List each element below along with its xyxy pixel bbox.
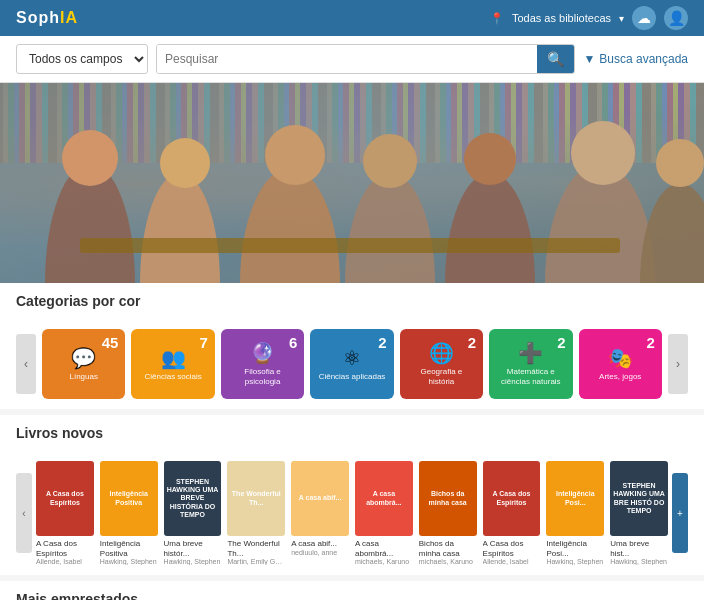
book-cover: A casa abombrá... — [355, 461, 413, 536]
svg-point-6 — [265, 125, 325, 185]
new-book-item-5[interactable]: A casa abombrá... A casa abombrá... mich… — [355, 461, 413, 565]
cat-icon: 🎭 — [608, 346, 633, 370]
new-book-item-6[interactable]: Bichos da minha casa Bichos da minha cas… — [419, 461, 477, 565]
book-title: The Wonderful Th... — [227, 539, 285, 558]
category-card-1[interactable]: 👥 7 Ciências sociais — [131, 329, 214, 399]
cat-count: 2 — [557, 334, 565, 351]
cat-icon: 🌐 — [429, 341, 454, 365]
new-book-item-1[interactable]: Inteligência Positiva Inteligência Posit… — [100, 461, 158, 565]
categories-header: Categorias por cor — [16, 293, 688, 319]
svg-point-12 — [571, 121, 635, 185]
most-borrowed-header: Mais emprestados — [16, 591, 688, 600]
cat-icon: ⚛ — [343, 346, 361, 370]
svg-point-4 — [160, 138, 210, 188]
advanced-search-link[interactable]: ▼ Busca avançada — [583, 52, 688, 66]
book-author: michaels, Karuno — [355, 558, 413, 565]
new-book-item-8[interactable]: Inteligência Posi... Inteligência Posi..… — [546, 461, 604, 565]
book-cover: A Casa dos Espíritos — [36, 461, 94, 536]
book-title: Inteligência Positiva — [100, 539, 158, 558]
cat-label: Línguas — [69, 372, 97, 382]
book-title: Inteligência Posi... — [546, 539, 604, 558]
filter-icon: ▼ — [583, 52, 595, 66]
new-book-item-3[interactable]: The Wonderful Th... The Wonderful Th... … — [227, 461, 285, 565]
category-card-2[interactable]: 🔮 6 Filosofia e psicologia — [221, 329, 304, 399]
book-title: A casa abif... — [291, 539, 349, 549]
cat-label: Matemática e ciências naturais — [497, 367, 564, 386]
cat-icon: 🔮 — [250, 341, 275, 365]
book-author: nediuulo, anne — [291, 549, 349, 556]
book-title: Bichos da minha casa — [419, 539, 477, 558]
most-borrowed-section: Mais emprestados ‹ A BOLHA AMARELA A bol… — [0, 581, 704, 600]
category-card-0[interactable]: 💬 45 Línguas — [42, 329, 125, 399]
new-book-item-2[interactable]: STEPHEN HAWKING UMA BREVE HISTÓRIA DO TE… — [164, 461, 222, 565]
category-card-3[interactable]: ⚛ 2 Ciências aplicadas — [310, 329, 393, 399]
new-books-next-button[interactable]: + — [672, 473, 688, 553]
book-author: Hawking, Stephen — [100, 558, 158, 565]
new-book-item-9[interactable]: STEPHEN HAWKING UMA BRE HISTÓ DO TEMPO U… — [610, 461, 668, 565]
svg-point-2 — [62, 130, 118, 186]
book-cover: A Casa dos Espíritos — [483, 461, 541, 536]
book-cover: The Wonderful Th... — [227, 461, 285, 536]
new-book-item-4[interactable]: A casa abif... A casa abif... nediuulo, … — [291, 461, 349, 565]
cat-icon: 💬 — [71, 346, 96, 370]
book-author: Hawking, Stephen — [164, 558, 222, 565]
logo: SophIA — [16, 9, 78, 27]
categories-list: 💬 45 Línguas 👥 7 Ciências sociais 🔮 6 Fi… — [42, 329, 662, 399]
most-borrowed-title: Mais emprestados — [16, 591, 138, 600]
search-bar: Todos os campos 🔍 ▼ Busca avançada — [0, 36, 704, 83]
search-button[interactable]: 🔍 — [537, 45, 574, 73]
category-card-6[interactable]: 🎭 2 Artes, jogos — [579, 329, 662, 399]
new-books-section: Livros novos ‹ A Casa dos Espíritos A Ca… — [0, 415, 704, 575]
book-cover: Inteligência Positiva — [100, 461, 158, 536]
book-author: Hawking, Stephen — [546, 558, 604, 565]
search-scope-select[interactable]: Todos os campos — [16, 44, 148, 74]
book-title: A casa abombrá... — [355, 539, 413, 558]
cat-label: Filosofia e psicologia — [229, 367, 296, 386]
book-author: Martin, Emily Gardner — [227, 558, 285, 565]
search-input[interactable] — [157, 45, 537, 73]
hero-banner — [0, 83, 704, 283]
new-book-item-0[interactable]: A Casa dos Espíritos A Casa dos Espírito… — [36, 461, 94, 565]
cat-count: 2 — [468, 334, 476, 351]
categories-row: ‹ 💬 45 Línguas 👥 7 Ciências sociais 🔮 6 … — [16, 329, 688, 399]
book-author: michaels, Karuno — [419, 558, 477, 565]
new-book-item-7[interactable]: A Casa dos Espíritos A Casa dos Espírito… — [483, 461, 541, 565]
categories-next-button[interactable]: › — [668, 334, 688, 394]
svg-point-14 — [656, 139, 704, 187]
cat-count: 45 — [102, 334, 119, 351]
book-title: A Casa dos Espíritos — [36, 539, 94, 558]
book-cover: Inteligência Posi... — [546, 461, 604, 536]
svg-point-8 — [363, 134, 417, 188]
categories-prev-button[interactable]: ‹ — [16, 334, 36, 394]
cat-count: 2 — [647, 334, 655, 351]
book-cover: STEPHEN HAWKING UMA BREVE HISTÓRIA DO TE… — [164, 461, 222, 536]
user-icon[interactable]: ☁ — [632, 6, 656, 30]
location-icon: 📍 — [490, 12, 504, 25]
book-cover: A casa abif... — [291, 461, 349, 536]
cat-label: Geografia e história — [408, 367, 475, 386]
cat-label: Ciências aplicadas — [319, 372, 386, 382]
cat-label: Ciências sociais — [144, 372, 201, 382]
account-icon[interactable]: 👤 — [664, 6, 688, 30]
new-books-row: ‹ A Casa dos Espíritos A Casa dos Espíri… — [16, 461, 688, 565]
new-books-header: Livros novos — [16, 425, 688, 451]
categories-section: Categorias por cor ‹ 💬 45 Línguas 👥 7 Ci… — [0, 283, 704, 409]
category-card-5[interactable]: ➕ 2 Matemática e ciências naturais — [489, 329, 572, 399]
search-input-wrap: 🔍 — [156, 44, 575, 74]
new-books-prev-button[interactable]: ‹ — [16, 473, 32, 553]
book-cover: Bichos da minha casa — [419, 461, 477, 536]
cat-count: 6 — [289, 334, 297, 351]
svg-rect-15 — [80, 238, 620, 253]
book-title: Uma breve histór... — [164, 539, 222, 558]
cat-count: 7 — [200, 334, 208, 351]
book-title: Uma breve hist... — [610, 539, 668, 558]
new-books-list: A Casa dos Espíritos A Casa dos Espírito… — [36, 461, 668, 565]
book-author: Hawking, Stephen — [610, 558, 668, 565]
location-label[interactable]: Todas as bibliotecas — [512, 12, 611, 24]
dropdown-icon: ▾ — [619, 13, 624, 24]
category-card-4[interactable]: 🌐 2 Geografia e história — [400, 329, 483, 399]
svg-point-10 — [464, 133, 516, 185]
cat-label: Artes, jogos — [599, 372, 641, 382]
cat-icon: 👥 — [161, 346, 186, 370]
new-books-title: Livros novos — [16, 425, 103, 441]
